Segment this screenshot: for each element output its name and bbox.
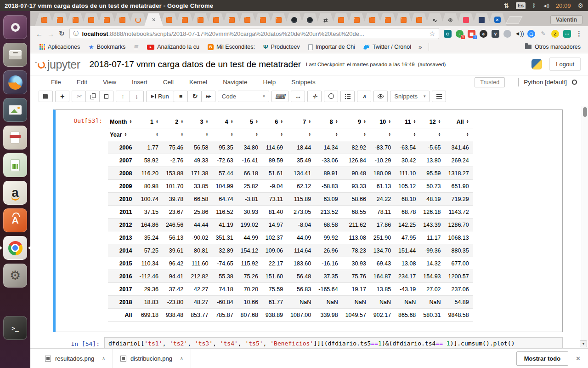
new-tab-button[interactable]	[506, 17, 522, 23]
sort-icon[interactable]: ▲▼	[129, 120, 132, 124]
tab-book[interactable]	[394, 13, 413, 26]
tab-active[interactable]	[144, 13, 163, 26]
sort-icon[interactable]: ▲▼	[363, 120, 366, 124]
sort-icon[interactable]: ▲▼	[388, 132, 391, 137]
dash-home-icon[interactable]	[3, 15, 27, 39]
sort-icon[interactable]: ▲▼	[335, 132, 338, 137]
tab-close-icon[interactable]	[152, 17, 155, 23]
extension-red-grid-icon[interactable]: ▦+	[468, 30, 475, 38]
sort-icon[interactable]: ▲▼	[156, 120, 158, 124]
tab-red[interactable]	[457, 13, 475, 26]
download-item[interactable]: distribucion.png	[113, 349, 191, 368]
tab-book[interactable]	[254, 13, 272, 26]
menu-view[interactable]: View	[95, 79, 124, 86]
jupyter-logo[interactable]: jupyter	[38, 59, 80, 70]
sort-icon[interactable]: ▲▼	[156, 132, 158, 137]
firefox-icon[interactable]	[3, 70, 27, 94]
bookmark-item[interactable]: Producteev	[260, 43, 304, 51]
down-button[interactable]	[130, 91, 144, 102]
sort-icon[interactable]: ▲▼	[308, 120, 311, 124]
sort-icon[interactable]: ▲▼	[413, 132, 416, 137]
tab-book[interactable]	[82, 13, 101, 26]
sort-icon[interactable]: ▲▼	[124, 132, 127, 137]
sort-icon[interactable]: ▲▼	[255, 120, 258, 124]
amazon-icon[interactable]	[3, 181, 27, 205]
system-settings-icon[interactable]	[3, 264, 27, 288]
run-button[interactable]: Run	[146, 91, 174, 102]
extension-evernote-e-icon[interactable]: e	[480, 30, 487, 38]
logout-button[interactable]: Logout	[549, 58, 581, 71]
bluetooth-icon[interactable]	[532, 2, 536, 9]
input-cell[interactable]: In [54]: dfdiario[['ts1', 'ts2', 'ts3', …	[53, 337, 563, 348]
eye-button[interactable]	[373, 91, 388, 102]
sort-icon[interactable]: ▲▼	[280, 120, 283, 124]
extension-z-yellow-icon[interactable]: Z	[551, 30, 559, 38]
sort-icon[interactable]: ▲▼	[255, 132, 258, 137]
code-editor[interactable]: dfdiario[['ts1', 'ts2', 'ts3', 'ts4', 't…	[104, 337, 563, 348]
bookmark-item[interactable]	[130, 43, 142, 52]
software-center-icon[interactable]	[3, 208, 27, 232]
bookmark-item[interactable]: Bookmarks	[85, 43, 129, 51]
move-button[interactable]	[307, 91, 322, 102]
hresize-button[interactable]	[291, 91, 305, 102]
restart-button[interactable]	[187, 91, 202, 102]
terminal-icon[interactable]	[3, 316, 27, 340]
menu-help[interactable]: Help	[255, 79, 283, 86]
tab-sync[interactable]	[316, 13, 335, 26]
document-viewer-icon[interactable]	[3, 126, 27, 150]
back-button[interactable]: ←	[36, 30, 43, 38]
show-all-downloads-button[interactable]: Mostrar todo	[516, 351, 568, 366]
sort-icon[interactable]: ▲▼	[438, 120, 441, 124]
sort-icon[interactable]: ▲▼	[280, 132, 283, 137]
tab-book[interactable]	[410, 13, 429, 26]
scroll-down-button[interactable]	[580, 340, 587, 347]
bookmark-item[interactable]: Twitter / Cronol	[360, 43, 415, 51]
sort-icon[interactable]: ▲▼	[308, 132, 311, 137]
tab-book[interactable]	[207, 13, 226, 26]
network-icon[interactable]	[504, 2, 509, 9]
tab-github[interactable]	[285, 13, 304, 26]
tab-github[interactable]	[300, 13, 319, 26]
sort-icon[interactable]: ▲▼	[466, 132, 469, 137]
libreoffice-calc-icon[interactable]	[3, 153, 27, 177]
menu-snippets[interactable]: Snippets	[283, 79, 323, 86]
clock[interactable]: 20:09	[556, 2, 571, 9]
menu-kernel[interactable]: Kernel	[181, 79, 215, 86]
volume-icon[interactable]	[543, 2, 549, 9]
extension-lighthouse-icon[interactable]: C	[444, 30, 452, 38]
sort-icon[interactable]: ▲▼	[181, 132, 183, 137]
page-info-icon[interactable]	[74, 30, 79, 38]
scrollbar-thumb[interactable]	[583, 107, 587, 117]
tab-book[interactable]	[332, 13, 351, 26]
notebook-title[interactable]: 2018-07-17 vmm carga datos de un test de…	[90, 59, 301, 69]
up-button[interactable]	[116, 91, 130, 102]
tab-atom[interactable]	[441, 13, 460, 26]
chevup-button[interactable]	[357, 91, 371, 102]
extension-disabled-circle-icon[interactable]	[503, 30, 511, 38]
bookmark-item[interactable]: Mil Escondites:	[204, 43, 259, 51]
tab-book[interactable]	[191, 13, 210, 26]
forward-button[interactable]: →	[47, 30, 54, 38]
add-button[interactable]	[55, 91, 69, 102]
menu-insert[interactable]: Insert	[124, 79, 155, 86]
session-gear-icon[interactable]	[577, 2, 583, 9]
sort-icon[interactable]: ▲▼	[205, 120, 208, 124]
chrome-icon[interactable]	[3, 236, 27, 260]
tab-book[interactable]	[175, 13, 194, 26]
sort-icon[interactable]: ▲▼	[438, 132, 441, 137]
tab-book[interactable]	[269, 13, 288, 26]
output-cell[interactable]: Out[53]: Month▲▼1▲▼2▲▼3▲▼4▲▼5▲▼6▲▼7▲▼8▲▼…	[53, 109, 563, 332]
reload-button[interactable]	[59, 29, 65, 38]
bookmark-item[interactable]: Aplicaciones	[36, 43, 84, 51]
extension-green-tasks-icon[interactable]: ◦1	[456, 30, 464, 38]
extension-chat-bubble-icon[interactable]: ⋯	[563, 30, 571, 38]
save-button[interactable]	[39, 91, 53, 102]
tab-book[interactable]	[238, 13, 257, 26]
sort-icon[interactable]: ▲▼	[388, 120, 391, 124]
files-icon[interactable]	[3, 43, 27, 67]
bookmarks-overflow-icon[interactable]	[415, 43, 426, 51]
sort-icon[interactable]: ▲▼	[466, 120, 469, 124]
cut-button[interactable]	[72, 91, 86, 102]
tab-book[interactable]	[97, 13, 116, 26]
sort-icon[interactable]: ▲▼	[181, 120, 183, 124]
